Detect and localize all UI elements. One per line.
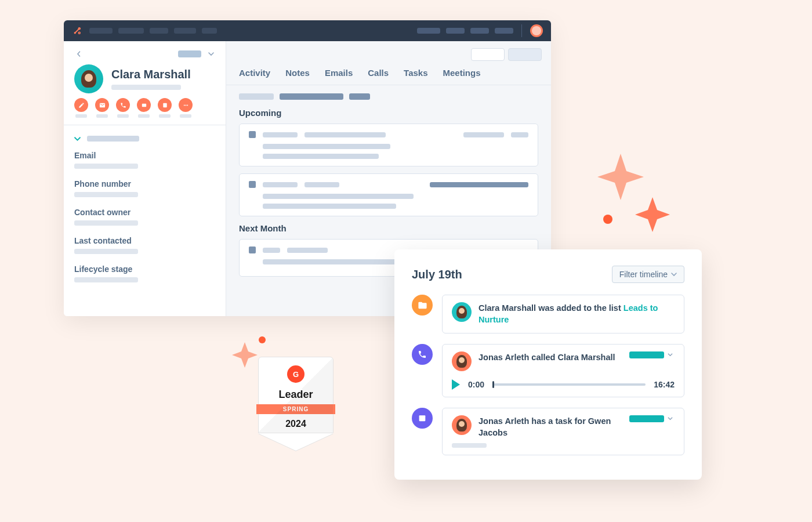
log-action-icon[interactable] <box>137 98 151 112</box>
timeline-text: Jonas Arleth has a task for Gwen Jacobs <box>478 415 622 439</box>
timeline-text: Jonas Arleth called Clara Marshall <box>478 351 622 363</box>
timeline-row-task: Jonas Arleth has a task for Gwen Jacobs <box>412 408 684 456</box>
contact-avatar <box>452 302 472 322</box>
folder-icon <box>412 295 433 316</box>
play-icon[interactable] <box>452 379 460 390</box>
field-email[interactable]: Email <box>74 151 215 169</box>
svg-point-6 <box>185 104 186 106</box>
sparkle-icon <box>597 154 644 200</box>
sparkle-icon <box>635 197 670 232</box>
user-avatar <box>452 351 472 371</box>
contact-header: Clara Marshall <box>74 64 215 93</box>
field-lifecycle[interactable]: Lifecycle stage <box>74 264 215 282</box>
contact-avatar[interactable] <box>74 64 103 93</box>
main-action-button[interactable] <box>508 48 542 61</box>
field-value-placeholder <box>74 192 138 197</box>
filter-chip[interactable] <box>239 93 274 100</box>
topbar-divider <box>521 24 522 37</box>
tab-calls[interactable]: Calls <box>368 68 389 79</box>
timeline-card[interactable]: Jonas Arleth has a task for Gwen Jacobs <box>442 408 684 456</box>
field-value-placeholder <box>74 164 138 169</box>
task-meta-placeholder <box>452 443 487 448</box>
status-dropdown[interactable] <box>629 415 675 422</box>
svg-rect-9 <box>419 415 426 417</box>
player-total-time: 16:42 <box>654 380 675 389</box>
more-action-icon[interactable] <box>179 98 193 112</box>
sidebar-header: Clara Marshall <box>64 41 226 125</box>
contact-name: Clara Marshall <box>111 68 191 81</box>
nav-placeholder[interactable] <box>150 28 168 34</box>
email-action-icon[interactable] <box>95 98 109 112</box>
sparkle-icon <box>232 342 258 368</box>
nav-placeholder[interactable] <box>174 28 196 34</box>
field-owner[interactable]: Contact owner <box>74 208 215 226</box>
user-avatar[interactable] <box>530 24 543 37</box>
field-label: Lifecycle stage <box>74 264 215 274</box>
tab-activity[interactable]: Activity <box>239 68 270 79</box>
activity-tabs: Activity Notes Emails Calls Tasks Meetin… <box>226 68 551 85</box>
g2-logo-icon: G <box>287 365 304 383</box>
player-track[interactable] <box>492 383 646 386</box>
tab-emails[interactable]: Emails <box>325 68 353 79</box>
section-toggle[interactable] <box>74 135 215 143</box>
contact-sidebar: Clara Marshall <box>64 41 226 316</box>
tab-notes[interactable]: Notes <box>285 68 310 79</box>
svg-point-2 <box>78 32 80 34</box>
user-avatar <box>452 415 472 435</box>
call-action-icon[interactable] <box>116 98 130 112</box>
nav-placeholder[interactable] <box>202 28 217 34</box>
field-phone[interactable]: Phone number <box>74 179 215 197</box>
timeline-row-list: Clara Marshall was added to the list Lea… <box>412 295 684 334</box>
timeline-text: Clara Marshall was added to the list Lea… <box>478 302 675 326</box>
main-action-button[interactable] <box>471 48 505 61</box>
filter-timeline-button[interactable]: Filter timeline <box>612 266 684 283</box>
badge-year: 2024 <box>264 414 327 429</box>
nav-placeholder[interactable] <box>446 28 465 34</box>
nav-placeholder[interactable] <box>118 28 144 34</box>
filter-timeline-label: Filter timeline <box>619 270 668 279</box>
timeline-card[interactable]: Clara Marshall was added to the list Lea… <box>442 295 684 334</box>
nav-placeholder[interactable] <box>470 28 489 34</box>
activity-card[interactable] <box>239 124 538 166</box>
svg-rect-4 <box>163 103 166 107</box>
task-action-icon[interactable] <box>158 98 172 112</box>
nav-placeholder[interactable] <box>495 28 513 34</box>
chevron-down-icon <box>668 351 675 358</box>
section-upcoming: Upcoming <box>239 108 538 118</box>
main-top-actions <box>226 41 551 68</box>
timeline-row-call: Jonas Arleth called Clara Marshall 0:00 … <box>412 344 684 397</box>
contact-subtitle-placeholder <box>111 85 181 90</box>
timeline-card[interactable]: Jonas Arleth called Clara Marshall 0:00 … <box>442 344 684 397</box>
badge-season: SPRING <box>256 404 335 414</box>
back-chevron-icon[interactable] <box>74 49 84 59</box>
svg-point-5 <box>183 104 184 106</box>
svg-rect-3 <box>142 103 146 107</box>
field-label: Email <box>74 151 215 160</box>
tab-meetings[interactable]: Meetings <box>443 68 481 79</box>
nav-placeholder[interactable] <box>89 28 113 34</box>
filter-chip[interactable] <box>349 93 370 100</box>
field-label: Phone number <box>74 179 215 188</box>
activity-card[interactable] <box>239 173 538 216</box>
field-label: Contact owner <box>74 208 215 217</box>
filter-chip[interactable] <box>280 93 343 100</box>
badge-title: Leader <box>264 389 327 401</box>
nav-placeholder[interactable] <box>417 28 440 34</box>
svg-point-7 <box>187 104 188 106</box>
status-pill[interactable] <box>178 50 201 57</box>
chevron-down-icon <box>668 415 675 422</box>
timeline-date: July 19th <box>412 268 462 281</box>
chevron-down-icon <box>74 135 82 143</box>
call-player: 0:00 16:42 <box>452 379 675 390</box>
tab-tasks[interactable]: Tasks <box>404 68 427 79</box>
sidebar-fields: Email Phone number Contact owner Last co… <box>64 125 226 302</box>
decorative-dot-icon <box>603 215 612 224</box>
note-action-icon[interactable] <box>74 98 88 112</box>
chevron-down-icon <box>671 271 677 277</box>
chevron-down-icon[interactable] <box>208 50 215 57</box>
field-last-contacted[interactable]: Last contacted <box>74 236 215 254</box>
hubspot-logo-icon <box>72 25 84 37</box>
outcome-dropdown[interactable] <box>629 351 675 358</box>
activity-filter-bar <box>239 93 538 100</box>
phone-icon <box>412 344 433 365</box>
